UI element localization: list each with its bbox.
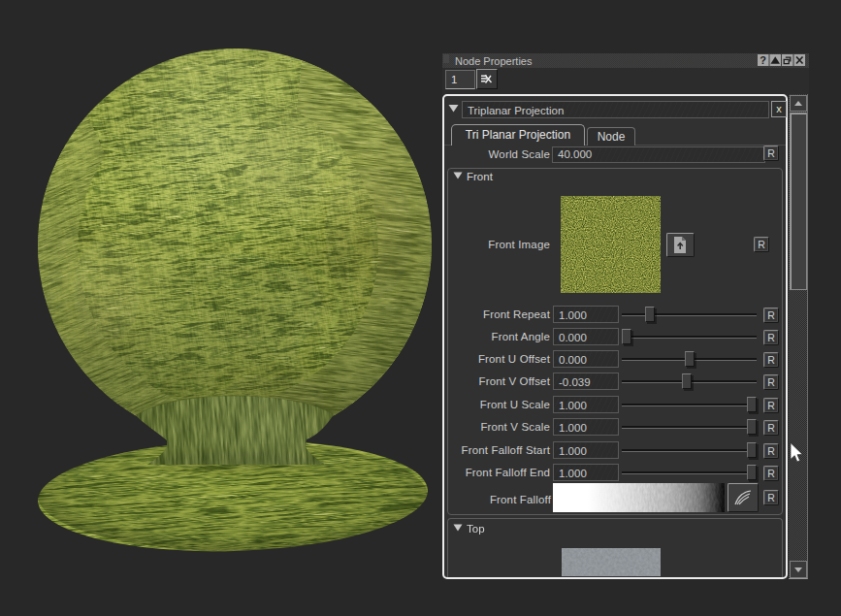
svg-text:?: ? [760, 54, 766, 66]
